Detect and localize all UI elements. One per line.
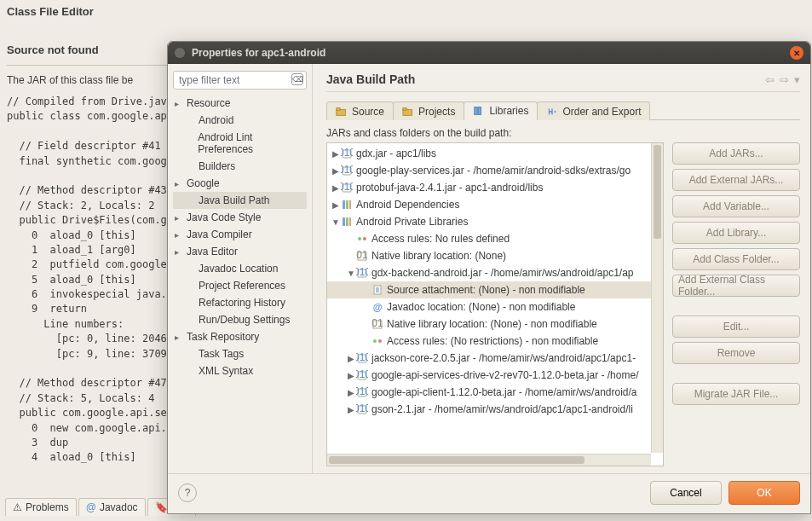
nav-item-run-debug-settings[interactable]: Run/Debug Settings	[173, 311, 307, 328]
nav-item-javadoc-location[interactable]: Javadoc Location	[173, 260, 307, 277]
vertical-scrollbar[interactable]	[651, 143, 663, 453]
expand-icon[interactable]: ▶	[331, 149, 341, 159]
page-nav-icons: ⇦ ⇨ ▾	[765, 73, 800, 86]
editor-title: Class File Editor	[7, 5, 805, 18]
page-title: Java Build Path	[326, 72, 415, 86]
tree-label: jackson-core-2.0.5.jar - /home/amir/ws/a…	[371, 352, 636, 364]
nav-item-java-editor[interactable]: ▸Java Editor	[173, 243, 307, 260]
tree-row[interactable]: ▶010google-api-services-drive-v2-rev70-1…	[327, 367, 663, 384]
expand-icon[interactable]: ▼	[346, 269, 356, 278]
expand-icon[interactable]: ▶	[346, 388, 356, 397]
tree-label: gdx.jar - apc1/libs	[356, 148, 436, 159]
tree-row[interactable]: Source attachment: (None) - non modifiab…	[327, 281, 663, 298]
expand-icon[interactable]: ▶	[331, 166, 341, 176]
expand-icon[interactable]: ▶	[346, 405, 356, 414]
nav-label: Task Tags	[199, 348, 244, 360]
rules-icon	[356, 233, 368, 245]
migrate-jar-file-button[interactable]: Migrate JAR File...	[672, 383, 800, 405]
tree-row[interactable]: 1010Native library location: (None)	[327, 247, 663, 264]
tab-source[interactable]: Source	[326, 101, 394, 120]
nav-item-android-lint-preferences[interactable]: Android Lint Preferences	[173, 129, 307, 158]
nav-item-task-repository[interactable]: ▸Task Repository	[173, 328, 307, 345]
tree-row[interactable]: ▶Android Dependencies	[327, 196, 663, 213]
tab-javadoc[interactable]: @Javadoc	[78, 498, 146, 516]
tree-row[interactable]: ▶010protobuf-java-2.4.1.jar - apc1-andro…	[327, 179, 663, 196]
add-library-button[interactable]: Add Library...	[672, 222, 800, 244]
svg-text:1010: 1010	[356, 250, 368, 261]
nav-item-java-build-path[interactable]: Java Build Path	[173, 192, 307, 209]
nav-item-builders[interactable]: Builders	[173, 158, 307, 175]
svg-text:010: 010	[356, 267, 368, 278]
forward-icon[interactable]: ⇨	[780, 73, 789, 86]
properties-dialog: Properties for apc1-android ✕ ⌫ ▸Resourc…	[167, 41, 811, 514]
divider	[326, 91, 800, 92]
tree-row[interactable]: ▶010gson-2.1.jar - /home/amir/ws/android…	[327, 401, 663, 418]
menu-icon[interactable]: ▾	[794, 73, 800, 86]
add-variable-button[interactable]: Add Variable...	[672, 195, 800, 217]
tree-row[interactable]: ▼010gdx-backend-android.jar - /home/amir…	[327, 264, 663, 281]
svg-rect-15	[343, 217, 345, 226]
tree-row[interactable]: ▶010gdx.jar - apc1/libs	[327, 145, 663, 162]
nav-item-project-references[interactable]: Project References	[173, 277, 307, 294]
scrollbar-thumb[interactable]	[329, 456, 585, 464]
classpath-tree[interactable]: ▶010gdx.jar - apc1/libs▶010google-play-s…	[326, 142, 664, 466]
nav-item-java-code-style[interactable]: ▸Java Code Style	[173, 209, 307, 226]
nav-item-java-compiler[interactable]: ▸Java Compiler	[173, 226, 307, 243]
tree-row[interactable]: 1010Native library location: (None) - no…	[327, 315, 663, 333]
tree-label: Native library location: (None) - non mo…	[387, 318, 597, 330]
tree-row[interactable]: @Javadoc location: (None) - non modifiab…	[327, 298, 663, 315]
close-icon[interactable]: ✕	[790, 46, 803, 60]
expand-icon[interactable]: ▶	[346, 371, 356, 380]
nav-label: Java Editor	[187, 246, 238, 258]
tree-row[interactable]: Access rules: No rules defined	[327, 230, 663, 247]
nav-item-task-tags[interactable]: Task Tags	[173, 345, 307, 362]
add-jars-button[interactable]: Add JARs...	[672, 142, 800, 165]
nav-item-xml-syntax[interactable]: XML Syntax	[173, 362, 307, 379]
tab-order-and-export[interactable]: Order and Export	[537, 101, 650, 120]
ok-button[interactable]: OK	[728, 481, 800, 505]
edit-button[interactable]: Edit...	[672, 315, 800, 338]
help-icon[interactable]: ?	[178, 483, 197, 502]
tree-label: Access rules: No rules defined	[371, 233, 510, 245]
tree-label: google-api-services-drive-v2-rev70-1.12.…	[371, 369, 638, 381]
tree-row[interactable]: ▶010google-api-client-1.12.0-beta.jar - …	[327, 384, 663, 401]
expand-icon[interactable]: ▼	[331, 217, 341, 227]
nav-label: Project References	[199, 280, 285, 292]
titlebar[interactable]: Properties for apc1-android ✕	[168, 42, 810, 64]
warning-icon: ⚠	[13, 501, 22, 513]
filter-input[interactable]	[173, 71, 307, 90]
tree-row[interactable]: ▶010google-play-services.jar - /home/ami…	[327, 162, 663, 179]
tree-row[interactable]: Access rules: (No restrictions) - non mo…	[327, 333, 663, 350]
nav-label: Task Repository	[187, 331, 259, 343]
nav-label: Refactoring History	[199, 297, 285, 309]
expand-icon[interactable]: ▶	[346, 354, 356, 363]
expand-icon: ▸	[175, 247, 183, 257]
back-icon[interactable]: ⇦	[765, 73, 775, 86]
nav-label: Run/Debug Settings	[199, 314, 290, 326]
dialog-footer: ? Cancel OK	[168, 473, 810, 513]
add-external-class-folder-button[interactable]: Add External Class Folder...	[672, 275, 800, 297]
add-external-jars-button[interactable]: Add External JARs...	[672, 169, 800, 191]
expand-icon: ▸	[175, 230, 183, 240]
svg-point-18	[358, 237, 361, 240]
clear-filter-icon[interactable]: ⌫	[291, 73, 303, 85]
tab-projects[interactable]: Projects	[393, 101, 464, 120]
tab-problems[interactable]: ⚠Problems	[5, 498, 77, 516]
tree-row[interactable]: ▶010jackson-core-2.0.5.jar - /home/amir/…	[327, 350, 663, 367]
tab-label: Libraries	[489, 105, 528, 117]
nav-item-google[interactable]: ▸Google	[173, 175, 307, 192]
cancel-button[interactable]: Cancel	[650, 481, 722, 505]
horizontal-scrollbar[interactable]	[327, 454, 651, 466]
jar-icon: 010	[356, 369, 368, 381]
nav-label: Builders	[199, 160, 235, 172]
tree-row[interactable]: ▼Android Private Libraries	[327, 213, 663, 230]
expand-icon[interactable]: ▶	[331, 200, 341, 210]
expand-icon[interactable]: ▶	[331, 183, 341, 193]
nav-item-resource[interactable]: ▸Resource	[173, 95, 307, 112]
removebutton[interactable]: Remove	[672, 342, 800, 364]
nav-item-refactoring-history[interactable]: Refactoring History	[173, 294, 307, 311]
nav-item-android[interactable]: Android	[173, 112, 307, 129]
scrollbar-thumb[interactable]	[654, 145, 661, 239]
add-class-folder-button[interactable]: Add Class Folder...	[672, 248, 800, 270]
tab-libraries[interactable]: Libraries	[464, 101, 538, 120]
